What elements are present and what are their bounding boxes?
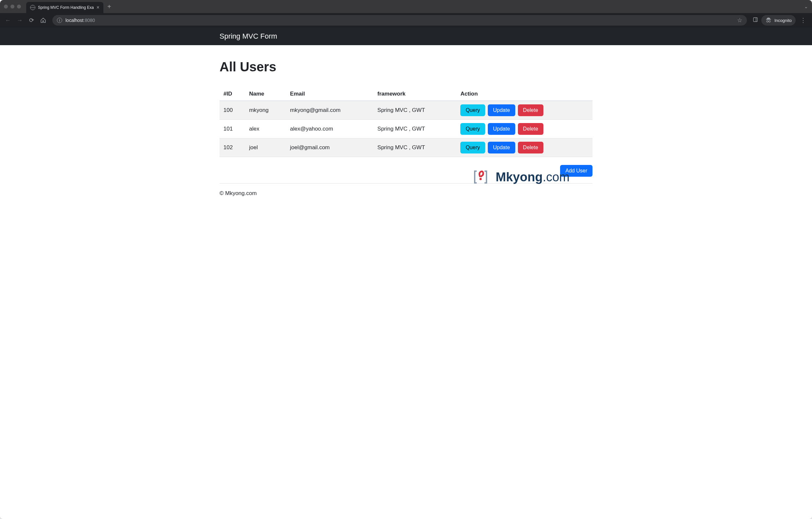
- page-content: Spring MVC Form All Users #ID Name Email…: [0, 28, 812, 519]
- reload-button[interactable]: ⟳: [26, 15, 37, 26]
- delete-button[interactable]: Delete: [518, 105, 543, 116]
- table-row: 101alexalex@yahoo.comSpring MVC , GWTQue…: [220, 120, 592, 138]
- cell-action: QueryUpdateDelete: [456, 120, 592, 138]
- page-title: All Users: [220, 60, 592, 74]
- cell-email: alex@yahoo.com: [286, 120, 374, 138]
- cell-email: mkyong@gmail.com: [286, 101, 374, 120]
- column-header-email: Email: [286, 87, 374, 101]
- query-button[interactable]: Query: [460, 142, 485, 153]
- cell-name: joel: [245, 138, 286, 157]
- tabs-dropdown-icon[interactable]: ⌄: [804, 4, 808, 9]
- users-table: #ID Name Email framework Action 100mkyon…: [220, 87, 592, 157]
- delete-button[interactable]: Delete: [518, 142, 543, 153]
- cell-framework: Spring MVC , GWT: [374, 138, 457, 157]
- incognito-badge[interactable]: Incognito: [761, 15, 795, 26]
- site-info-icon[interactable]: i: [57, 18, 62, 23]
- address-bar: ← → ⟳ i localhost:8080 ☆: [0, 13, 812, 28]
- incognito-label: Incognito: [774, 18, 792, 23]
- app-navbar: Spring MVC Form: [0, 28, 812, 45]
- panel-icon[interactable]: [751, 17, 760, 24]
- navbar-brand[interactable]: Spring MVC Form: [220, 32, 277, 40]
- cell-framework: Spring MVC , GWT: [374, 101, 457, 120]
- cell-framework: Spring MVC , GWT: [374, 120, 457, 138]
- cell-email: joel@gmail.com: [286, 138, 374, 157]
- title-bar: Spring MVC Form Handling Exa × + ⌄: [0, 0, 812, 13]
- table-row: 100mkyongmkyong@gmail.comSpring MVC , GW…: [220, 101, 592, 120]
- incognito-icon: [765, 17, 772, 24]
- table-row: 102joeljoel@gmail.comSpring MVC , GWTQue…: [220, 138, 592, 157]
- query-button[interactable]: Query: [460, 105, 485, 116]
- home-button[interactable]: [38, 15, 49, 26]
- column-header-name: Name: [245, 87, 286, 101]
- cell-action: QueryUpdateDelete: [456, 138, 592, 157]
- svg-point-3: [769, 21, 771, 22]
- cell-id: 100: [220, 101, 245, 120]
- footer-text: © Mkyong.com: [220, 190, 592, 197]
- browser-window: Spring MVC Form Handling Exa × + ⌄ ← → ⟳…: [0, 0, 812, 519]
- update-button[interactable]: Update: [488, 123, 515, 135]
- url-text: localhost:8080: [65, 18, 95, 23]
- users-table-body: 100mkyongmkyong@gmail.comSpring MVC , GW…: [220, 101, 592, 157]
- globe-icon: [30, 5, 35, 10]
- cell-name: mkyong: [245, 101, 286, 120]
- mkyong-logo-text: Mkyong.com: [496, 170, 570, 184]
- back-button[interactable]: ←: [3, 15, 13, 26]
- new-tab-button[interactable]: +: [107, 3, 111, 10]
- close-tab-icon[interactable]: ×: [96, 5, 99, 10]
- column-header-id: #ID: [220, 87, 245, 101]
- close-window-button[interactable]: [4, 5, 8, 8]
- cell-name: alex: [245, 120, 286, 138]
- minimize-window-button[interactable]: [10, 5, 14, 8]
- update-button[interactable]: Update: [488, 105, 515, 116]
- query-button[interactable]: Query: [460, 123, 485, 135]
- svg-point-2: [766, 21, 768, 22]
- forward-button[interactable]: →: [14, 15, 25, 26]
- bookmark-star-icon[interactable]: ☆: [737, 17, 742, 24]
- mkyong-logo: Mkyong.com: [471, 167, 570, 187]
- browser-menu-icon[interactable]: ⋮: [797, 17, 809, 24]
- mkyong-logo-icon: [471, 167, 490, 187]
- browser-tab[interactable]: Spring MVC Form Handling Exa ×: [26, 2, 104, 13]
- column-header-action: Action: [456, 87, 592, 101]
- traffic-lights: [4, 5, 21, 8]
- delete-button[interactable]: Delete: [518, 123, 543, 135]
- update-button[interactable]: Update: [488, 142, 515, 153]
- url-field[interactable]: i localhost:8080 ☆: [52, 15, 747, 26]
- cell-id: 102: [220, 138, 245, 157]
- cell-id: 101: [220, 120, 245, 138]
- svg-point-5: [480, 178, 482, 180]
- maximize-window-button[interactable]: [17, 5, 21, 8]
- cell-action: QueryUpdateDelete: [456, 101, 592, 120]
- svg-rect-0: [753, 18, 757, 22]
- tab-title: Spring MVC Form Handling Exa: [38, 5, 94, 10]
- column-header-framework: framework: [374, 87, 457, 101]
